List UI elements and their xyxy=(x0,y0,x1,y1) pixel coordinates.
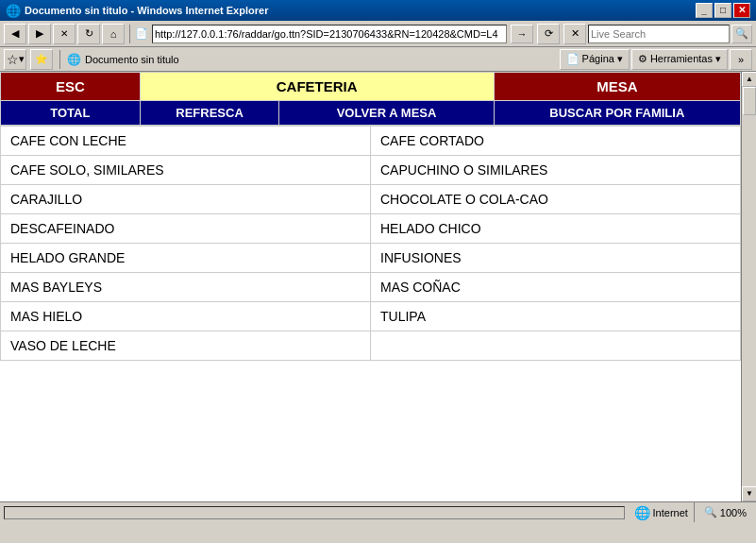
zoom-icon: 🔍 xyxy=(704,506,717,518)
stop-page-button[interactable]: ✕ xyxy=(563,24,586,44)
fav-separator xyxy=(59,50,60,69)
refresh-page-button[interactable]: ⟳ xyxy=(537,24,560,44)
page-label[interactable]: Documento sin titulo xyxy=(85,54,179,65)
address-bar: 📄 → ⟳ ✕ xyxy=(135,24,586,44)
item-col1[interactable]: VASO DE LECHE xyxy=(1,331,371,361)
table-row: VASO DE LECHE xyxy=(1,331,741,361)
item-col1[interactable]: DESCAFEINADO xyxy=(1,214,371,244)
minimize-button[interactable]: _ xyxy=(696,3,713,18)
scroll-down-button[interactable]: ▼ xyxy=(742,486,756,501)
page-icon: 🌐 xyxy=(67,53,81,66)
item-col2[interactable] xyxy=(371,331,741,361)
browser-area: ESC CAFETERIA MESA TOTAL REFRESCA VOLVER… xyxy=(0,72,756,501)
address-input[interactable] xyxy=(152,25,507,43)
scroll-track[interactable] xyxy=(742,87,756,486)
table-row: CARAJILLOCHOCOLATE O COLA-CAO xyxy=(1,185,741,214)
extras-button[interactable]: » xyxy=(730,49,752,70)
item-col2[interactable]: CHOCOLATE O COLA-CAO xyxy=(371,185,741,214)
forward-icon: ▶ xyxy=(36,27,43,40)
back-button[interactable]: ◀ xyxy=(4,24,26,44)
item-col2[interactable]: INFUSIONES xyxy=(371,244,741,273)
status-section-main: 🌐 Internet xyxy=(629,502,695,522)
item-col2[interactable]: CAPUCHINO O SIMILARES xyxy=(371,156,741,185)
zoom-section[interactable]: 🔍 100% xyxy=(698,502,752,522)
search-button[interactable]: 🔍 xyxy=(731,25,752,43)
vertical-scrollbar[interactable]: ▲ ▼ xyxy=(741,72,756,501)
table-row: CAFE CON LECHECAFE CORTADO xyxy=(1,127,741,156)
nav-row: TOTAL REFRESCA VOLVER A MESA BUSCAR POR … xyxy=(1,101,741,126)
item-col1[interactable]: CAFE SOLO, SIMILARES xyxy=(1,156,371,185)
item-col1[interactable]: CAFE CON LECHE xyxy=(1,127,371,156)
item-col1[interactable]: HELADO GRANDE xyxy=(1,244,371,273)
refresca-button[interactable]: REFRESCA xyxy=(140,101,279,126)
progress-bar xyxy=(4,506,625,519)
back-icon: ◀ xyxy=(11,27,19,40)
table-row: MAS HIELOTULIPA xyxy=(1,302,741,331)
table-row: CAFE SOLO, SIMILARESCAPUCHINO O SIMILARE… xyxy=(1,156,741,185)
herramientas-button[interactable]: ⚙ Herramientas ▾ xyxy=(631,49,728,70)
add-favorites-icon: ☆ xyxy=(7,52,19,67)
favorites-bar: ☆ ▾ ⭐ 🌐 Documento sin titulo 📄 Página ▾ … xyxy=(0,47,756,72)
address-label: 📄 xyxy=(135,27,148,40)
search-bar: 🔍 xyxy=(588,25,752,43)
home-icon: ⌂ xyxy=(110,28,117,40)
table-row: HELADO GRANDEINFUSIONES xyxy=(1,244,741,273)
header-row: ESC CAFETERIA MESA xyxy=(1,73,741,101)
go-button[interactable]: → xyxy=(511,25,533,43)
title-bar-buttons: _ □ ✕ xyxy=(696,3,750,18)
item-col1[interactable]: CARAJILLO xyxy=(1,185,371,214)
volver-button[interactable]: VOLVER A MESA xyxy=(279,101,494,126)
add-favorites-label: ▾ xyxy=(19,53,25,65)
total-button[interactable]: TOTAL xyxy=(1,101,141,126)
table-row: MAS BAYLEYSMAS COÑAC xyxy=(1,273,741,302)
toolbar-separator xyxy=(129,25,130,43)
item-col2[interactable]: MAS COÑAC xyxy=(371,273,741,302)
pagina-label: Página ▾ xyxy=(582,53,623,65)
item-col2[interactable]: HELADO CHICO xyxy=(371,214,741,244)
main-table: ESC CAFETERIA MESA TOTAL REFRESCA VOLVER… xyxy=(0,72,741,126)
mesa-header[interactable]: MESA xyxy=(494,73,740,101)
refresh-icon: ↻ xyxy=(85,27,93,40)
zoom-level: 100% xyxy=(720,507,747,518)
stop-page-icon: ✕ xyxy=(571,27,580,40)
refresh-button[interactable]: ↻ xyxy=(77,24,100,44)
main-toolbar: ◀ ▶ ✕ ↻ ⌂ 📄 → ⟳ ✕ 🔍 xyxy=(0,21,756,47)
home-button[interactable]: ⌂ xyxy=(102,24,125,44)
item-col1[interactable]: MAS HIELO xyxy=(1,302,371,331)
ie-icon: 🌐 xyxy=(6,4,21,18)
title-bar: 🌐 Documento sin titulo - Windows Interne… xyxy=(0,0,756,21)
forward-button[interactable]: ▶ xyxy=(28,24,51,44)
item-col1[interactable]: MAS BAYLEYS xyxy=(1,273,371,302)
herramientas-label: Herramientas ▾ xyxy=(650,53,721,65)
add-favorites-button[interactable]: ☆ ▾ xyxy=(4,49,26,70)
pagina-icon: 📄 xyxy=(566,53,580,65)
items-table: CAFE CON LECHECAFE CORTADOCAFE SOLO, SIM… xyxy=(0,126,741,361)
stop-icon: ✕ xyxy=(60,28,68,39)
ie-status-icon: 🌐 xyxy=(634,505,650,520)
pagina-button[interactable]: 📄 Página ▾ xyxy=(560,49,630,70)
item-col2[interactable]: CAFE CORTADO xyxy=(371,127,741,156)
refresh-page-icon: ⟳ xyxy=(545,27,553,40)
esc-header[interactable]: ESC xyxy=(1,73,141,101)
close-button[interactable]: ✕ xyxy=(733,3,750,18)
table-row: DESCAFEINADOHELADO CHICO xyxy=(1,214,741,244)
stop-button[interactable]: ✕ xyxy=(53,24,76,44)
maximize-button[interactable]: □ xyxy=(714,3,731,18)
search-input[interactable] xyxy=(588,25,730,43)
item-col2[interactable]: TULIPA xyxy=(371,302,741,331)
status-text: Internet xyxy=(653,507,688,518)
go-icon: → xyxy=(517,28,528,40)
buscar-button[interactable]: BUSCAR POR FAMILIA xyxy=(494,101,740,126)
favorites-center-button[interactable]: ⭐ xyxy=(30,49,53,70)
star-icon: ⭐ xyxy=(35,53,48,65)
status-bar: 🌐 Internet 🔍 100% xyxy=(0,501,756,522)
scroll-up-button[interactable]: ▲ xyxy=(742,72,756,87)
herramientas-icon: ⚙ xyxy=(638,53,647,65)
title-bar-left: 🌐 Documento sin titulo - Windows Interne… xyxy=(6,4,268,18)
scroll-thumb[interactable] xyxy=(743,87,756,115)
search-icon: 🔍 xyxy=(735,27,748,40)
window-title: Documento sin titulo - Windows Internet … xyxy=(25,5,268,16)
cafeteria-header: CAFETERIA xyxy=(140,73,494,101)
content-area: ESC CAFETERIA MESA TOTAL REFRESCA VOLVER… xyxy=(0,72,741,501)
